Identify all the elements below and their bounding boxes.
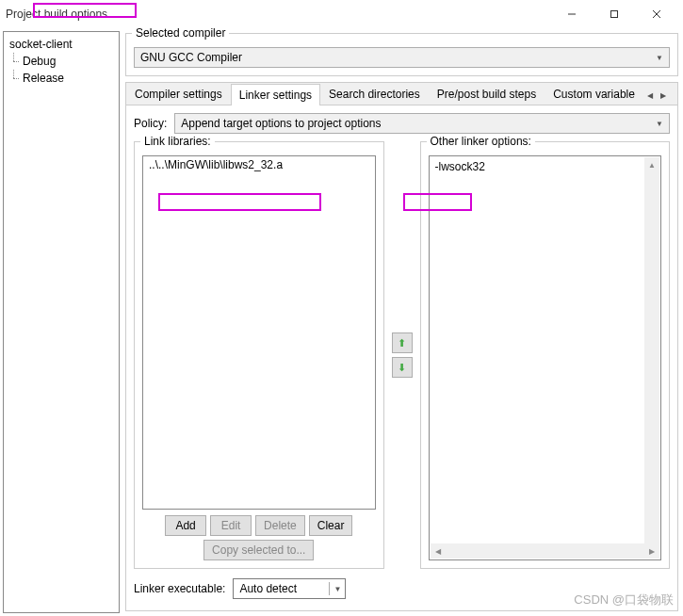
clear-button[interactable]: Clear: [309, 515, 353, 536]
policy-label: Policy:: [134, 117, 167, 130]
tree-item-debug[interactable]: Debug: [6, 53, 117, 70]
tree-root-item[interactable]: socket-client: [6, 36, 117, 53]
arrow-up-icon: ⬆: [398, 337, 406, 349]
chevron-down-icon: ▼: [656, 120, 663, 128]
tree-item-release[interactable]: Release: [6, 70, 117, 87]
policy-select[interactable]: Append target options to project options…: [174, 113, 670, 134]
add-button[interactable]: Add: [165, 515, 206, 536]
arrow-down-icon: ⬇: [398, 362, 406, 374]
minimize-button[interactable]: [550, 1, 593, 27]
link-libraries-listbox[interactable]: ..\..\MinGW\lib\libws2_32.a: [142, 155, 376, 510]
maximize-button[interactable]: [593, 1, 635, 27]
linker-exec-value: Auto detect: [239, 582, 297, 595]
scroll-right-icon: ▶: [644, 543, 659, 559]
tab-linker-settings[interactable]: Linker settings: [231, 84, 320, 105]
scroll-left-icon: ◀: [431, 543, 446, 559]
target-tree[interactable]: socket-client Debug Release: [3, 31, 120, 613]
other-options-legend: Other linker options:: [427, 135, 535, 148]
linker-exec-select[interactable]: Auto detect ▼: [233, 578, 346, 599]
watermark: CSDN @口袋物联: [574, 592, 674, 608]
copy-selected-button[interactable]: Copy selected to...: [203, 540, 314, 560]
horizontal-scrollbar[interactable]: ◀ ▶: [431, 543, 660, 559]
policy-value: Append target options to project options: [181, 117, 381, 130]
edit-button[interactable]: Edit: [210, 515, 252, 536]
tab-scroll-left[interactable]: ◀: [643, 86, 657, 105]
vertical-scrollbar[interactable]: ▲: [644, 157, 659, 543]
tab-compiler-settings[interactable]: Compiler settings: [126, 83, 231, 105]
chevron-down-icon: ▼: [656, 54, 663, 62]
compiler-select[interactable]: GNU GCC Compiler ▼: [134, 47, 670, 68]
delete-button[interactable]: Delete: [255, 515, 305, 536]
tab-scroll-right[interactable]: ▶: [657, 86, 670, 105]
other-options-textarea[interactable]: -lwsock32 ▲ ◀ ▶: [429, 155, 662, 560]
svg-rect-1: [610, 11, 617, 18]
linker-exec-label: Linker executable:: [134, 582, 225, 595]
tab-search-directories[interactable]: Search directories: [320, 83, 429, 105]
compiler-value: GNU GCC Compiler: [140, 51, 242, 64]
tab-prepost-steps[interactable]: Pre/post build steps: [429, 83, 545, 105]
scroll-up-icon: ▲: [644, 157, 659, 172]
compiler-legend: Selected compiler: [132, 26, 229, 40]
move-down-button[interactable]: ⬇: [392, 357, 413, 378]
chevron-down-icon: ▼: [329, 582, 341, 595]
move-up-button[interactable]: ⬆: [392, 332, 413, 353]
link-libraries-legend: Link libraries:: [140, 135, 215, 148]
list-item[interactable]: ..\..\MinGW\lib\libws2_32.a: [143, 156, 375, 173]
other-options-text: -lwsock32: [435, 160, 485, 173]
tab-custom-variables[interactable]: Custom variable: [545, 83, 643, 105]
close-button[interactable]: [635, 1, 677, 27]
window-title: Project build options: [6, 8, 550, 21]
